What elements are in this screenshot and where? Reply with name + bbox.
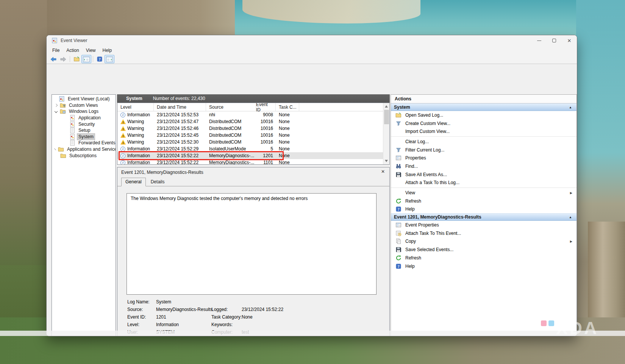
menu-help[interactable]: Help bbox=[99, 47, 116, 54]
close-button[interactable]: ✕ bbox=[562, 36, 577, 45]
log-header-bar: System Number of events: 22,430 bbox=[117, 94, 390, 103]
action-help[interactable]: ? Help bbox=[391, 205, 577, 214]
help-icon: ? bbox=[395, 206, 402, 212]
chevron-right-icon[interactable] bbox=[54, 148, 56, 150]
table-row[interactable]: iInformation 23/12/2024 15:52:22 MemoryD… bbox=[117, 159, 383, 165]
field-label: Log Name: bbox=[127, 299, 150, 305]
task-cell: None bbox=[276, 146, 299, 152]
scrollbar-thumb[interactable] bbox=[384, 110, 389, 124]
level-cell: Information bbox=[127, 146, 150, 152]
action-import-custom-view[interactable]: Import Custom View... bbox=[391, 127, 577, 136]
action-refresh-event[interactable]: Refresh bbox=[391, 254, 577, 262]
action-attach-task-to-log[interactable]: Attach a Task To this Log... bbox=[391, 179, 577, 187]
menu-file[interactable]: File bbox=[49, 47, 63, 54]
tab-details[interactable]: Details bbox=[147, 178, 169, 186]
level-cell: Information bbox=[127, 160, 150, 165]
action-label: Refresh bbox=[405, 198, 421, 204]
action-filter-current-log[interactable]: Filter Current Log... bbox=[391, 146, 577, 154]
tree-item-custom-views[interactable]: Custom Views bbox=[52, 102, 116, 109]
collapse-icon[interactable]: ▲ bbox=[569, 106, 572, 109]
tree-item-applications-and-services[interactable]: Applications and Services Lo bbox=[52, 146, 116, 153]
action-label: Save Selected Events... bbox=[405, 247, 453, 252]
tree-item-windows-logs[interactable]: Windows Logs bbox=[52, 108, 116, 115]
table-row[interactable]: !Warning 23/12/2024 15:52:47 Distributed… bbox=[117, 118, 383, 125]
actions-section-system[interactable]: System ▲ bbox=[391, 103, 577, 111]
menu-view[interactable]: View bbox=[83, 47, 99, 54]
event-viewer-icon bbox=[59, 96, 65, 102]
forward-button[interactable] bbox=[58, 55, 68, 63]
scroll-down-icon[interactable] bbox=[385, 160, 388, 162]
column-header-source[interactable]: Source bbox=[206, 103, 256, 111]
forward-arrow-icon bbox=[59, 56, 67, 62]
source-cell: DistributedCOM bbox=[206, 119, 256, 124]
event-id-cell: 9008 bbox=[256, 112, 276, 117]
action-save-all-events-as[interactable]: Save All Events As... bbox=[391, 170, 577, 179]
column-header-event-id[interactable]: Event ID bbox=[256, 103, 276, 111]
actions-section-event[interactable]: Event 1201, MemoryDiagnostics-Results ▲ bbox=[391, 213, 577, 221]
action-find[interactable]: Find... bbox=[391, 162, 577, 170]
column-header-level[interactable]: Level bbox=[117, 103, 154, 111]
chevron-down-icon[interactable] bbox=[55, 110, 58, 113]
open-saved-log-button[interactable] bbox=[72, 55, 81, 63]
action-label: Help bbox=[405, 206, 415, 212]
action-properties[interactable]: Properties bbox=[391, 154, 577, 162]
action-create-custom-view[interactable]: Create Custom View... bbox=[391, 119, 577, 128]
tree-item-application[interactable]: Application bbox=[52, 115, 116, 121]
action-clear-log[interactable]: Clear Log... bbox=[391, 137, 577, 146]
collapse-icon[interactable]: ▲ bbox=[569, 216, 572, 219]
show-action-pane-button[interactable] bbox=[105, 55, 114, 63]
back-button[interactable] bbox=[48, 55, 58, 63]
tree-item-forwarded-events[interactable]: Forwarded Events bbox=[52, 140, 116, 146]
refresh-icon bbox=[395, 255, 402, 261]
action-copy[interactable]: Copy ▶ bbox=[391, 237, 577, 246]
minimize-button[interactable] bbox=[531, 36, 547, 45]
source-cell: nhi bbox=[206, 112, 256, 117]
action-save-selected-events[interactable]: Save Selected Events... bbox=[391, 245, 577, 254]
chevron-right-icon[interactable] bbox=[55, 104, 58, 107]
watermark-pink-square bbox=[541, 320, 547, 326]
action-label: Import Custom View... bbox=[405, 129, 450, 134]
tree-item-setup[interactable]: Setup bbox=[52, 127, 116, 134]
open-folder-icon bbox=[395, 112, 402, 118]
table-row[interactable]: !Warning 23/12/2024 15:52:30 Distributed… bbox=[117, 139, 383, 145]
maximize-button[interactable] bbox=[547, 36, 562, 45]
tree-item-security[interactable]: Security bbox=[52, 121, 116, 127]
tree-item-label: Windows Logs bbox=[68, 108, 100, 114]
action-refresh[interactable]: Refresh bbox=[391, 197, 577, 205]
tree-item-subscriptions[interactable]: Subscriptions bbox=[52, 152, 116, 159]
action-open-saved-log[interactable]: Open Saved Log... bbox=[391, 111, 577, 119]
toolbar: ? bbox=[47, 55, 577, 64]
action-event-properties[interactable]: Event Properties bbox=[391, 221, 577, 229]
table-row[interactable]: !Warning 23/12/2024 15:52:45 Distributed… bbox=[117, 132, 383, 139]
event-description-box[interactable]: The Windows Memory Diagnostic tested the… bbox=[127, 193, 377, 295]
tree-item-label: Event Viewer (Local) bbox=[67, 96, 111, 102]
column-header-task[interactable]: Task C... bbox=[276, 103, 299, 111]
table-row[interactable]: !Warning 23/12/2024 15:52:46 Distributed… bbox=[117, 125, 383, 132]
date-cell: 23/12/2024 15:52:53 bbox=[154, 112, 206, 117]
action-help-event[interactable]: ? Help bbox=[391, 262, 577, 270]
warning-icon: ! bbox=[120, 119, 126, 124]
event-list-scrollbar[interactable] bbox=[383, 103, 389, 164]
table-row-selected[interactable]: iInformation 23/12/2024 15:52:22 MemoryD… bbox=[117, 152, 383, 159]
source-cell: IsolatedUserMode bbox=[206, 146, 256, 152]
table-row[interactable]: iInformation 23/12/2024 15:52:53 nhi 900… bbox=[117, 111, 383, 118]
action-attach-task-to-event[interactable]: Attach Task To This Event... bbox=[391, 229, 577, 237]
tree-item-event-viewer-local[interactable]: Event Viewer (Local) bbox=[52, 96, 116, 102]
tree-item-label: Subscriptions bbox=[68, 153, 98, 159]
action-label: Attach Task To This Event... bbox=[405, 231, 461, 236]
scroll-up-icon[interactable] bbox=[385, 105, 388, 108]
task-cell: None bbox=[276, 133, 299, 138]
column-header-date[interactable]: Date and Time bbox=[154, 103, 206, 111]
title-bar[interactable]: Event Viewer ✕ bbox=[47, 35, 577, 46]
help-button[interactable]: ? bbox=[95, 55, 105, 63]
back-arrow-icon bbox=[50, 56, 57, 62]
preview-close-icon[interactable]: ✕ bbox=[381, 169, 385, 174]
toolbar-separator bbox=[70, 56, 70, 62]
tree-item-system[interactable]: System bbox=[52, 134, 116, 140]
action-view[interactable]: View ▶ bbox=[391, 189, 577, 197]
menu-action[interactable]: Action bbox=[63, 47, 82, 54]
tab-general[interactable]: General bbox=[121, 178, 146, 186]
table-row[interactable]: iInformation 23/12/2024 15:52:29 Isolate… bbox=[117, 145, 383, 152]
information-icon: i bbox=[120, 112, 125, 117]
show-console-tree-button[interactable] bbox=[81, 55, 91, 63]
